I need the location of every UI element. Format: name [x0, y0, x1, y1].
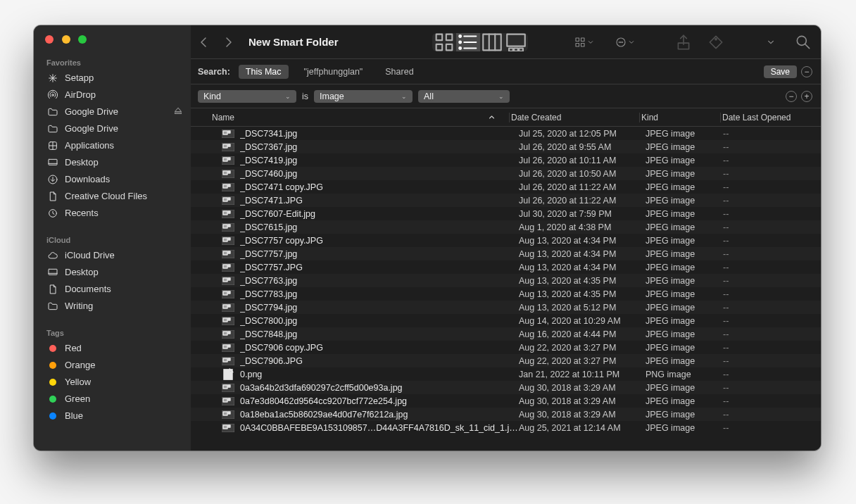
sidebar-section-icloud: iCloud — [34, 230, 191, 247]
file-row[interactable]: 0A34C0BBAFEBE9A153109857…D44A3FF4A7816D_… — [191, 421, 821, 434]
criteria-value-label: Image — [320, 92, 344, 101]
svg-rect-126 — [228, 398, 230, 399]
sidebar-item-setapp[interactable]: Setapp — [34, 70, 191, 87]
sidebar-item-blue[interactable]: Blue — [34, 408, 191, 424]
view-columns-button[interactable] — [480, 33, 504, 51]
file-row[interactable]: _DSC7800.jpgAug 14, 2020 at 10:29 AMJPEG… — [191, 314, 821, 327]
criteria-attribute-value: Kind — [203, 92, 221, 101]
file-row[interactable]: _DSC7906.JPGAug 22, 2020 at 3:27 PMJPEG … — [191, 354, 821, 367]
sidebar-item-orange[interactable]: Orange — [34, 357, 191, 374]
toolbar-overflow-button[interactable] — [762, 33, 780, 51]
action-menu-button[interactable] — [611, 33, 638, 51]
sidebar-item-google-drive[interactable]: Google Drive — [34, 120, 191, 137]
file-row[interactable]: _DSC7763.jpgAug 13, 2020 at 4:35 PMJPEG … — [191, 274, 821, 287]
criteria-extra-dropdown[interactable]: All⌄ — [418, 90, 510, 103]
file-list: _DSC7341.jpgJul 25, 2020 at 12:05 PMJPEG… — [191, 127, 821, 451]
svg-rect-69 — [228, 199, 230, 200]
svg-rect-87 — [223, 265, 227, 268]
search-button[interactable] — [794, 33, 812, 51]
column-header-row: Name Date Created Kind Date Last Opened — [191, 108, 821, 127]
file-row[interactable]: _DSC7471.JPGJul 26, 2020 at 11:22 AMJPEG… — [191, 194, 821, 207]
file-row[interactable]: _DSC7607-Edit.jpgJul 30, 2020 at 7:59 PM… — [191, 207, 821, 220]
file-thumbnail-icon — [222, 142, 234, 152]
sidebar-item-airdrop[interactable]: AirDrop — [34, 87, 191, 103]
file-row[interactable]: _DSC7757.JPGAug 13, 2020 at 4:34 PMJPEG … — [191, 260, 821, 274]
file-date-last-opened: -- — [723, 182, 821, 192]
file-row[interactable]: _DSC7757.jpgAug 13, 2020 at 4:34 PMJPEG … — [191, 247, 821, 260]
scope-this-mac[interactable]: This Mac — [239, 65, 289, 79]
scope-shared[interactable]: Shared — [378, 65, 420, 79]
file-row[interactable]: _DSC7794.jpgAug 13, 2020 at 5:12 PMJPEG … — [191, 301, 821, 314]
svg-point-4 — [52, 94, 54, 96]
hide-criteria-button[interactable]: − — [801, 66, 812, 77]
sidebar-item-google-drive[interactable]: Google Drive — [34, 103, 191, 120]
sidebar-item-yellow[interactable]: Yellow — [34, 374, 191, 391]
group-by-button[interactable] — [570, 33, 597, 51]
file-date-created: Aug 16, 2020 at 4:44 PM — [519, 329, 646, 339]
sidebar: Favorites SetappAirDropGoogle DriveGoogl… — [34, 25, 191, 451]
close-window-button[interactable] — [45, 35, 54, 44]
file-row[interactable]: 0a3a64b2d3dfa690297c2cff5d00e93a.jpgAug … — [191, 381, 821, 394]
sidebar-item-creative-cloud-files[interactable]: Creative Cloud Files — [34, 188, 191, 205]
svg-rect-130 — [228, 412, 230, 412]
back-button[interactable] — [195, 34, 212, 51]
sidebar-item-desktop[interactable]: Desktop — [34, 154, 191, 171]
sidebar-item-green[interactable]: Green — [34, 391, 191, 408]
file-row[interactable]: _DSC7757 copy.JPGAug 13, 2020 at 4:34 PM… — [191, 234, 821, 247]
view-icons-button[interactable] — [432, 33, 456, 51]
file-thumbnail-icon — [222, 303, 234, 313]
file-name: _DSC7471.JPG — [240, 196, 519, 206]
column-header-name[interactable]: Name — [212, 113, 508, 122]
criteria-value-dropdown[interactable]: Image⌄ — [314, 90, 413, 103]
download-icon — [46, 173, 59, 186]
file-row[interactable]: _DSC7471 copy.JPGJul 26, 2020 at 11:22 A… — [191, 180, 821, 194]
file-row[interactable]: _DSC7419.jpgJul 26, 2020 at 10:11 AMJPEG… — [191, 153, 821, 167]
file-date-last-opened: -- — [723, 156, 821, 165]
file-name: _DSC7341.jpg — [240, 129, 519, 139]
add-criteria-button[interactable]: + — [801, 91, 812, 102]
save-search-button[interactable]: Save — [764, 65, 797, 78]
file-kind: JPEG image — [646, 222, 723, 232]
sidebar-item-applications[interactable]: Applications — [34, 137, 191, 154]
zoom-window-button[interactable] — [78, 35, 87, 44]
forward-button[interactable] — [220, 34, 237, 51]
share-button[interactable] — [674, 33, 693, 51]
file-row[interactable]: _DSC7615.jpgAug 1, 2020 at 4:38 PMJPEG i… — [191, 220, 821, 234]
svg-rect-83 — [223, 251, 227, 255]
sidebar-item-writing[interactable]: Writing — [34, 298, 191, 315]
view-gallery-button[interactable] — [504, 33, 528, 51]
clock-icon — [46, 207, 59, 220]
column-header-date-created[interactable]: Date Created — [511, 113, 638, 122]
file-row[interactable]: 0a18eba1ac5b86029ae4d0d7e7f6212a.jpgAug … — [191, 408, 821, 421]
eject-icon[interactable] — [174, 106, 182, 118]
file-row[interactable]: _DSC7783.jpgAug 13, 2020 at 4:35 PMJPEG … — [191, 287, 821, 301]
sidebar-item-downloads[interactable]: Downloads — [34, 171, 191, 188]
remove-criteria-button[interactable]: − — [786, 91, 797, 102]
file-thumbnail-icon — [222, 182, 234, 192]
sidebar-item-recents[interactable]: Recents — [34, 205, 191, 222]
file-row[interactable]: _DSC7367.jpgJul 26, 2020 at 9:55 AMJPEG … — [191, 140, 821, 153]
scope-user[interactable]: "jeffphungglan" — [297, 65, 370, 79]
desktop-icon — [46, 156, 59, 169]
file-row[interactable]: _DSC7460.jpgJul 26, 2020 at 10:50 AMJPEG… — [191, 167, 821, 180]
file-row[interactable]: _DSC7341.jpgJul 25, 2020 at 12:05 PMJPEG… — [191, 127, 821, 140]
column-header-date-last-opened[interactable]: Date Last Opened — [722, 113, 821, 122]
svg-rect-63 — [223, 184, 227, 188]
edit-tags-button[interactable] — [707, 33, 725, 51]
svg-point-26 — [459, 47, 461, 49]
file-date-created: Aug 13, 2020 at 5:12 PM — [519, 303, 646, 313]
file-row[interactable]: _DSC7848.jpgAug 16, 2020 at 4:44 PMJPEG … — [191, 327, 821, 341]
column-header-kind[interactable]: Kind — [641, 113, 719, 122]
minimize-window-button[interactable] — [62, 35, 70, 44]
sidebar-item-icloud-drive[interactable]: iCloud Drive — [34, 247, 191, 264]
sidebar-item-documents[interactable]: Documents — [34, 281, 191, 298]
sidebar-item-desktop[interactable]: Desktop — [34, 264, 191, 281]
sidebar-item-red[interactable]: Red — [34, 340, 191, 357]
view-list-button[interactable] — [456, 33, 480, 51]
file-row[interactable]: _DSC7906 copy.JPGAug 22, 2020 at 3:27 PM… — [191, 341, 821, 354]
file-row[interactable]: 0.pngJan 21, 2022 at 10:11 PMPNG image-- — [191, 367, 821, 381]
file-date-last-opened: -- — [723, 236, 821, 246]
criteria-attribute-dropdown[interactable]: Kind⌄ — [198, 90, 296, 103]
file-row[interactable]: 0a7e3d80462d9564cc9207bcf772e254.jpgAug … — [191, 394, 821, 408]
file-date-last-opened: -- — [723, 289, 821, 299]
